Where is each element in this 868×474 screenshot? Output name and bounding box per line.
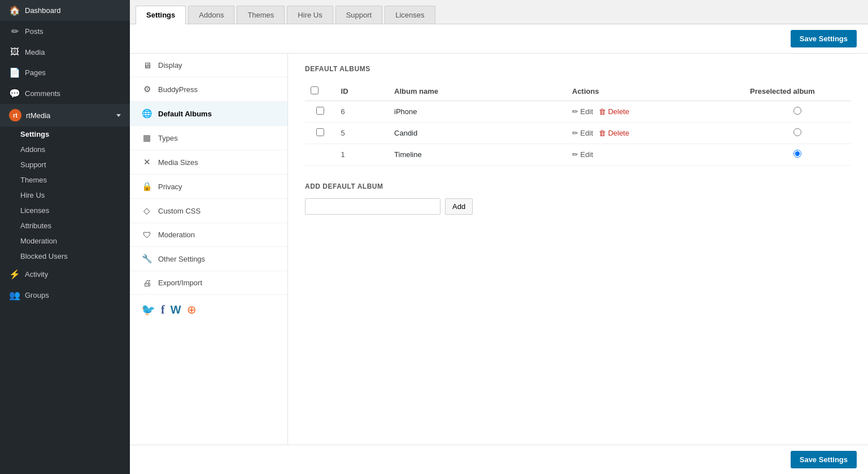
- add-album-row: Add: [305, 198, 851, 215]
- nav-item-default-albums[interactable]: 🌐 Default Albums: [130, 102, 287, 126]
- twitter-icon[interactable]: 🐦: [141, 303, 155, 316]
- sidebar-item-licenses[interactable]: Licenses: [0, 203, 130, 218]
- preselected-radio[interactable]: [793, 150, 801, 158]
- nav-item-media-sizes[interactable]: ✕ Media Sizes: [130, 150, 287, 175]
- row-checkbox[interactable]: [316, 128, 324, 136]
- facebook-icon[interactable]: f: [161, 303, 165, 316]
- album-name: Candid: [389, 123, 566, 144]
- sidebar-item-media[interactable]: 🖼 Media: [0, 42, 130, 62]
- shield-icon: 🛡: [141, 230, 152, 240]
- groups-icon: 👥: [9, 290, 20, 301]
- bottom-bar: Save Settings: [130, 445, 868, 474]
- sidebar-item-pages[interactable]: 📄 Pages: [0, 62, 130, 83]
- add-album-section: ADD DEFAULT ALBUM Add: [305, 182, 851, 215]
- inner-layout: 🖥 Display ⚙ BuddyPress 🌐 Default Albums …: [130, 54, 868, 445]
- sidebar-item-blocked-users[interactable]: Blocked Users: [0, 249, 130, 264]
- save-settings-button-bottom[interactable]: Save Settings: [791, 451, 857, 468]
- preselected-radio[interactable]: [793, 128, 801, 136]
- sidebar-item-posts[interactable]: ✏ Posts: [0, 21, 130, 42]
- rss-icon[interactable]: ⊕: [187, 303, 197, 316]
- col-id-header: ID: [335, 82, 389, 101]
- sidebar-item-comments[interactable]: 💬 Comments: [0, 83, 130, 104]
- sidebar-item-label: Pages: [25, 68, 46, 77]
- nav-item-buddypress[interactable]: ⚙ BuddyPress: [130, 77, 287, 102]
- media-icon: 🖼: [9, 47, 20, 57]
- nav-item-label: Default Albums: [158, 110, 212, 118]
- nav-item-privacy[interactable]: 🔒 Privacy: [130, 175, 287, 199]
- settings-nav: 🖥 Display ⚙ BuddyPress 🌐 Default Albums …: [130, 54, 288, 445]
- sidebar-item-support[interactable]: Support: [0, 157, 130, 172]
- album-id: 5: [335, 123, 389, 144]
- album-id: 6: [335, 101, 389, 123]
- dashboard-icon: 🏠: [9, 5, 20, 16]
- row-checkbox[interactable]: [316, 107, 324, 115]
- nav-item-label: Types: [158, 134, 178, 142]
- wordpress-icon[interactable]: W: [171, 303, 181, 316]
- nav-item-display[interactable]: 🖥 Display: [130, 54, 287, 77]
- default-albums-section: DEFAULT ALBUMS ID Album name Actions Pre…: [305, 65, 851, 166]
- album-id: 1: [335, 144, 389, 166]
- edit-button[interactable]: ✏ Edit: [572, 150, 593, 159]
- col-preselected-header: Preselected album: [744, 82, 851, 101]
- album-preselected-cell: [744, 123, 851, 144]
- nav-item-label: Media Sizes: [158, 158, 198, 167]
- custom-css-icon: ◇: [141, 206, 152, 216]
- sidebar-item-label: Activity: [25, 270, 48, 279]
- sidebar-item-attributes[interactable]: Attributes: [0, 218, 130, 233]
- lock-icon: 🔒: [141, 181, 152, 192]
- sidebar-item-rtmedia[interactable]: rt rtMedia: [0, 104, 130, 127]
- tab-support[interactable]: Support: [335, 6, 383, 24]
- tab-themes[interactable]: Themes: [237, 6, 285, 24]
- album-actions: ✏ Edit: [566, 144, 744, 166]
- album-preselected-cell: [744, 101, 851, 123]
- col-checkbox: [305, 82, 335, 101]
- export-icon: 🖨: [141, 278, 152, 288]
- album-actions: ✏ Edit🗑 Delete: [566, 123, 744, 144]
- delete-button[interactable]: 🗑 Delete: [599, 129, 629, 137]
- default-albums-title: DEFAULT ALBUMS: [305, 65, 851, 73]
- chevron-down-icon: [116, 114, 121, 117]
- media-sizes-icon: ✕: [141, 157, 152, 167]
- row-checkbox-cell: [305, 123, 335, 144]
- nav-item-other-settings[interactable]: 🔧 Other Settings: [130, 247, 287, 271]
- nav-item-types[interactable]: ▦ Types: [130, 126, 287, 150]
- tab-hire-us[interactable]: Hire Us: [287, 6, 333, 24]
- row-checkbox-cell: [305, 101, 335, 123]
- tab-licenses[interactable]: Licenses: [385, 6, 435, 24]
- save-settings-button-top[interactable]: Save Settings: [791, 30, 857, 47]
- sidebar-item-hire-us[interactable]: Hire Us: [0, 188, 130, 203]
- globe-icon: 🌐: [141, 108, 152, 119]
- sidebar-item-label: Posts: [25, 27, 43, 36]
- sidebar-item-settings[interactable]: Settings: [0, 127, 130, 142]
- sidebar-item-themes[interactable]: Themes: [0, 172, 130, 188]
- album-name: Timeline: [389, 144, 566, 166]
- preselected-radio[interactable]: [793, 107, 801, 115]
- sidebar-item-addons[interactable]: Addons: [0, 142, 130, 157]
- album-preselected-cell: [744, 144, 851, 166]
- main-panel: DEFAULT ALBUMS ID Album name Actions Pre…: [288, 54, 868, 445]
- delete-button[interactable]: 🗑 Delete: [599, 107, 629, 116]
- sidebar-item-activity[interactable]: ⚡ Activity: [0, 264, 130, 285]
- nav-item-export-import[interactable]: 🖨 Export/Import: [130, 271, 287, 295]
- select-all-checkbox[interactable]: [311, 86, 319, 94]
- sidebar-item-groups[interactable]: 👥 Groups: [0, 285, 130, 306]
- table-row: 6iPhone✏ Edit🗑 Delete: [305, 101, 851, 123]
- add-album-button[interactable]: Add: [445, 198, 473, 215]
- main-content: Settings Addons Themes Hire Us Support L…: [130, 0, 868, 474]
- edit-button[interactable]: ✏ Edit: [572, 129, 593, 137]
- rtmedia-icon: rt: [9, 109, 21, 121]
- sidebar-item-dashboard[interactable]: 🏠 Dashboard: [0, 0, 130, 21]
- sidebar-item-moderation[interactable]: Moderation: [0, 233, 130, 249]
- nav-item-custom-css[interactable]: ◇ Custom CSS: [130, 199, 287, 223]
- row-checkbox-cell: [305, 144, 335, 166]
- tab-addons[interactable]: Addons: [188, 6, 234, 24]
- col-name-header: Album name: [389, 82, 566, 101]
- edit-button[interactable]: ✏ Edit: [572, 107, 593, 116]
- add-album-input[interactable]: [305, 198, 440, 215]
- tab-settings[interactable]: Settings: [136, 6, 186, 24]
- rtmedia-submenu: Settings Addons Support Themes Hire Us L…: [0, 127, 130, 264]
- activity-icon: ⚡: [9, 269, 20, 280]
- settings-wrapper: Save Settings 🖥 Display ⚙ BuddyPress 🌐 D…: [130, 24, 868, 474]
- buddypress-icon: ⚙: [141, 84, 152, 94]
- nav-item-moderation[interactable]: 🛡 Moderation: [130, 223, 287, 247]
